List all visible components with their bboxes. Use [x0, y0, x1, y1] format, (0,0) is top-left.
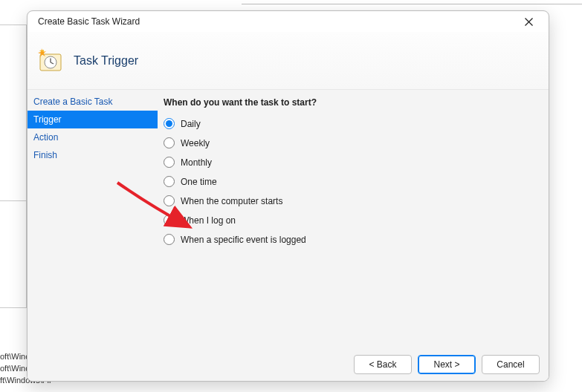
radio-computer-starts[interactable] [164, 195, 175, 206]
trigger-prompt: When do you want the task to start? [164, 97, 540, 108]
wizard-nav: Create a Basic Task Trigger Action Finis… [28, 90, 158, 348]
wizard-content: When do you want the task to start? Dail… [158, 90, 549, 348]
option-label: Monthly [181, 157, 212, 168]
option-daily[interactable]: Daily [164, 118, 540, 129]
radio-event-logged[interactable] [164, 234, 175, 245]
option-monthly[interactable]: Monthly [164, 157, 540, 168]
clock-task-icon [38, 48, 63, 74]
trigger-options: Daily Weekly Monthly One time When the c… [164, 118, 540, 245]
option-weekly[interactable]: Weekly [164, 137, 540, 148]
wizard-footer: < Back Next > Cancel [28, 348, 549, 381]
bg-left-panel [0, 24, 27, 308]
close-button[interactable] [514, 13, 543, 30]
wizard-body: Create a Basic Task Trigger Action Finis… [28, 90, 549, 348]
nav-trigger[interactable]: Trigger [28, 111, 158, 128]
radio-weekly[interactable] [164, 137, 175, 148]
next-button[interactable]: Next > [418, 355, 476, 374]
cancel-button[interactable]: Cancel [482, 355, 540, 374]
dialog-title: Create Basic Task Wizard [38, 16, 514, 27]
radio-one-time[interactable] [164, 176, 175, 187]
titlebar: Create Basic Task Wizard [28, 11, 549, 32]
wizard-step-title: Task Trigger [74, 54, 138, 68]
radio-monthly[interactable] [164, 157, 175, 168]
option-label: When I log on [181, 215, 236, 226]
option-label: Weekly [181, 138, 210, 148]
wizard-dialog: Create Basic Task Wizard Task Trigger Cr… [27, 10, 549, 382]
nav-finish[interactable]: Finish [28, 146, 158, 164]
back-button[interactable]: < Back [354, 355, 412, 374]
option-event-logged[interactable]: When a specific event is logged [164, 234, 540, 245]
option-log-on[interactable]: When I log on [164, 215, 540, 226]
option-label: Daily [181, 119, 201, 129]
radio-log-on[interactable] [164, 215, 175, 226]
option-label: When the computer starts [181, 196, 282, 206]
option-label: One time [181, 177, 217, 187]
option-one-time[interactable]: One time [164, 176, 540, 187]
bg-border [242, 4, 582, 4]
option-label: When a specific event is logged [181, 235, 306, 245]
radio-daily[interactable] [164, 118, 175, 129]
nav-action[interactable]: Action [28, 128, 158, 146]
wizard-header: Task Trigger [28, 32, 549, 90]
bg-divider [0, 200, 27, 201]
option-computer-starts[interactable]: When the computer starts [164, 195, 540, 206]
nav-create-task[interactable]: Create a Basic Task [28, 93, 158, 111]
close-icon [525, 18, 533, 26]
